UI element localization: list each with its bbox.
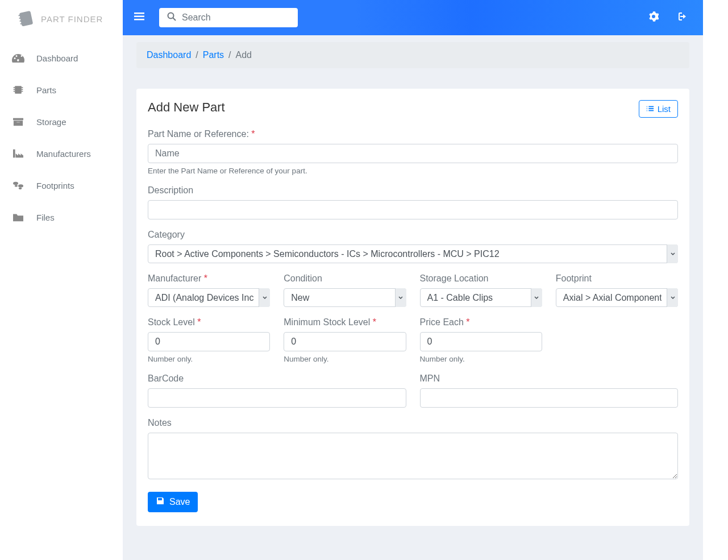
folder-icon [11,211,25,223]
stock-level-input[interactable] [148,332,270,351]
svg-rect-12 [13,118,23,121]
form-group-price-each: Price Each * Number only. [420,317,542,363]
card-title: Add New Part [148,100,225,115]
hamburger-icon[interactable] [130,8,149,27]
form-group-category: Category Root > Active Components > Semi… [148,230,678,263]
price-each-help: Number only. [420,355,542,363]
footprint-select[interactable]: Axial > Axial Component [556,288,678,307]
form-group-mpn: MPN [420,374,679,408]
svg-point-16 [15,185,18,187]
stock-level-help: Number only. [148,355,270,363]
min-stock-level-input[interactable] [284,332,406,351]
barcode-label: BarCode [148,374,406,384]
svg-point-15 [13,182,18,185]
price-each-label: Price Each * [420,317,542,327]
list-button-label: List [658,104,671,114]
category-select[interactable]: Root > Active Components > Semiconductor… [148,244,678,263]
svg-rect-6 [14,87,15,88]
sidebar-item-parts[interactable]: Parts [0,74,123,106]
save-button-label: Save [169,497,190,507]
sidebar-item-label: Parts [36,85,56,95]
chip-icon [11,84,25,96]
part-name-label: Part Name or Reference: * [148,129,678,139]
storage-location-select[interactable]: A1 - Cable Clips [420,288,542,307]
mpn-input[interactable] [420,388,679,408]
sidebar-item-files[interactable]: Files [0,201,123,233]
manufacturer-select[interactable]: ADI (Analog Devices Inc.) [148,288,270,307]
breadcrumb-link-dashboard[interactable]: Dashboard [147,50,191,60]
list-icon [646,104,654,114]
storage-location-label: Storage Location [420,273,542,284]
svg-point-17 [18,184,23,187]
footprint-label: Footprint [556,273,678,284]
right-edge [703,0,728,560]
sidebar-item-dashboard[interactable]: Dashboard [0,42,123,74]
sidebar: PART FINDER Dashboard Parts Storage [0,0,123,560]
price-each-input[interactable] [420,332,542,351]
notes-textarea[interactable] [148,433,678,479]
sidebar-item-label: Dashboard [36,53,78,63]
spacer-col [556,317,678,374]
svg-rect-21 [134,19,144,20]
form-group-description: Description [148,185,678,219]
breadcrumb-current: Add [236,50,252,60]
sidebar-item-label: Footprints [36,181,74,190]
form-group-condition: Condition New [284,273,406,307]
min-stock-level-label: Minimum Stock Level * [284,317,406,327]
card-header: Add New Part List [148,100,678,118]
breadcrumb-separator: / [195,50,198,60]
form-group-barcode: BarCode [148,374,406,408]
notes-label: Notes [148,418,678,428]
form-group-min-stock-level: Minimum Stock Level * Number only. [284,317,406,363]
search-input[interactable] [182,13,290,23]
factory-icon [11,148,25,159]
topbar [123,0,703,35]
search-wrap [159,8,298,27]
mpn-label: MPN [420,374,679,384]
dashboard-icon [11,52,25,64]
form-group-manufacturer: Manufacturer * ADI (Analog Devices Inc.) [148,273,270,307]
svg-rect-8 [14,91,15,92]
svg-rect-7 [14,89,15,90]
save-button[interactable]: Save [148,492,198,512]
brand-icon [16,9,35,28]
svg-rect-9 [22,87,23,88]
description-label: Description [148,185,678,196]
content: Dashboard / Parts / Add Add New Part Lis… [123,35,703,540]
main: Dashboard / Parts / Add Add New Part Lis… [123,0,703,560]
barcode-input[interactable] [148,388,406,408]
sidebar-item-footprints[interactable]: Footprints [0,169,123,201]
description-input[interactable] [148,200,678,219]
condition-select[interactable]: New [284,288,406,307]
form-group-storage-location: Storage Location A1 - Cable Clips [420,273,542,307]
manufacturer-label: Manufacturer * [148,273,270,284]
svg-rect-13 [14,121,23,126]
svg-point-22 [168,13,174,19]
stock-level-label: Stock Level * [148,317,270,327]
logout-icon[interactable] [672,8,689,27]
sidebar-item-manufacturers[interactable]: Manufacturers [0,138,123,169]
form-group-footprint: Footprint Axial > Axial Component [556,273,678,307]
nav-list: Dashboard Parts Storage Manufacturers [0,42,123,233]
svg-rect-5 [15,86,22,93]
search-icon [167,12,176,23]
gear-icon[interactable] [645,8,662,27]
form-group-part-name: Part Name or Reference: * Enter the Part… [148,129,678,175]
breadcrumb-separator: / [228,50,231,60]
breadcrumb-link-parts[interactable]: Parts [203,50,224,60]
form-group-stock-level: Stock Level * Number only. [148,317,270,363]
save-icon [156,496,165,508]
sidebar-item-storage[interactable]: Storage [0,106,123,138]
list-button[interactable]: List [639,100,678,118]
svg-point-18 [19,188,22,190]
sidebar-item-label: Storage [36,117,66,127]
svg-line-23 [173,18,176,21]
brand[interactable]: PART FINDER [0,0,123,42]
category-label: Category [148,230,678,240]
min-stock-level-help: Number only. [284,355,406,363]
svg-rect-20 [134,16,144,18]
part-name-input[interactable] [148,144,678,163]
brand-text: PART FINDER [41,14,103,24]
svg-rect-19 [134,13,144,14]
card: Add New Part List Part Name or Reference… [136,89,689,526]
